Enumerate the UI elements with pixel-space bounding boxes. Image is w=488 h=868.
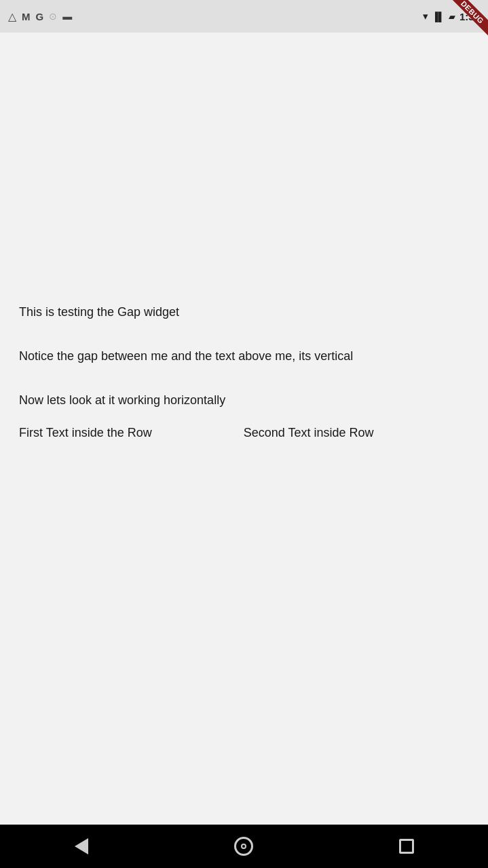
status-time: 1:35 [459, 11, 480, 22]
signal-icon: ▐▌ [432, 12, 445, 22]
back-icon [75, 838, 88, 854]
nav-bar [0, 825, 488, 868]
battery-icon: ▰ [449, 12, 455, 22]
horizontal-test-label: Now lets look at it working horizontally [19, 392, 469, 409]
circle-icon: ⊙ [49, 11, 57, 22]
main-content: This is testing the Gap widget Notice th… [0, 33, 488, 825]
vertical-gap-between-1-2 [19, 321, 469, 348]
home-icon [234, 837, 253, 856]
row-second-text: Second Text inside Row [244, 426, 374, 440]
status-bar-left-icons: △ M G ⊙ ▬ [8, 10, 72, 23]
horizontal-row: First Text inside the Row Second Text in… [19, 426, 469, 440]
vertical-gap-between-2-3 [19, 365, 469, 392]
mail-icon: M [22, 11, 31, 22]
vertical-gap-before-row [19, 410, 469, 426]
wifi-icon: ▾ [423, 10, 428, 22]
sd-icon: ▬ [62, 11, 72, 22]
status-bar-right-icons: ▾ ▐▌ ▰ 1:35 [423, 10, 480, 22]
home-dot [241, 844, 246, 849]
nav-home-button[interactable] [223, 830, 264, 863]
google-icon: G [36, 11, 44, 22]
row-first-text: First Text inside the Row [19, 426, 152, 440]
status-bar: △ M G ⊙ ▬ ▾ ▐▌ ▰ 1:35 DEBUG [0, 0, 488, 33]
recent-icon [399, 839, 414, 854]
gap-vertical-description: Notice the gap between me and the text a… [19, 348, 469, 365]
vertical-gap-top [19, 46, 469, 304]
nav-back-button[interactable] [61, 830, 102, 863]
nav-recent-button[interactable] [386, 830, 427, 863]
gap-test-text: This is testing the Gap widget [19, 304, 469, 321]
triangle-app-icon: △ [8, 10, 16, 23]
